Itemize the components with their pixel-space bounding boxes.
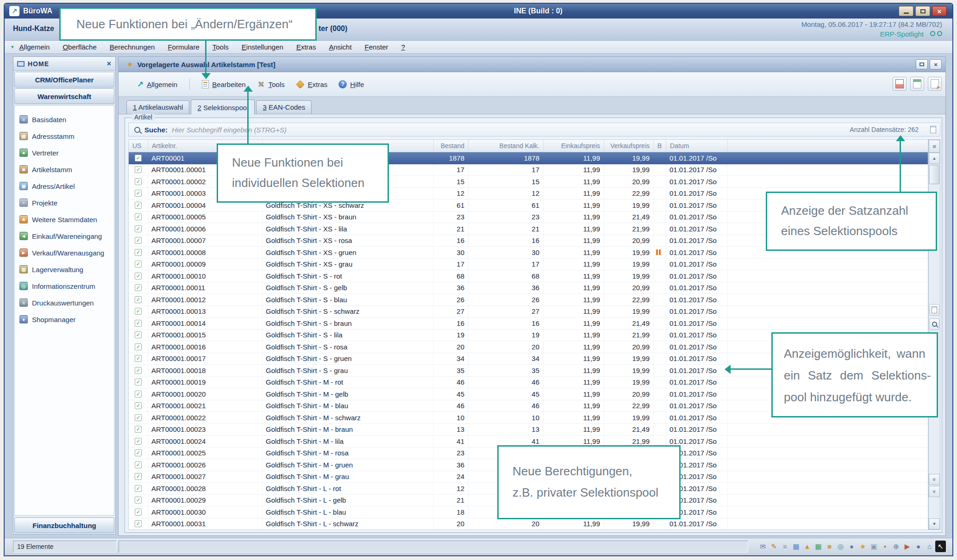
maximize-button[interactable]: [915, 6, 930, 16]
menu-item-tools[interactable]: Tools: [213, 43, 229, 51]
table-row[interactable]: ✓ ART00001.00011 Goldfisch T-Shirt - S -…: [129, 282, 928, 294]
menu-item-allgemein[interactable]: Allgemein: [19, 43, 50, 51]
column-header-verkaufspreis[interactable]: Verkaufspreis: [604, 140, 654, 152]
menu-item-ansicht[interactable]: Ansicht: [329, 43, 351, 51]
cell-bestand: 20: [434, 518, 469, 530]
table-row[interactable]: ✓ ART00001.00023 Goldfisch T-Shirt - M -…: [129, 424, 928, 436]
toolbar-bearbeiten[interactable]: Bearbeiten: [202, 80, 246, 88]
table-row[interactable]: ✓ ART00001.00010 Goldfisch T-Shirt - S -…: [129, 270, 928, 282]
sidebar-close-icon[interactable]: ×: [107, 60, 112, 68]
star-icon[interactable]: ★: [857, 541, 868, 552]
flag-icon[interactable]: ▶: [902, 541, 913, 552]
cell-datum: 01.01.2017 /So: [666, 212, 728, 223]
user-icon[interactable]: ●: [913, 541, 924, 552]
cell-bestand: 21: [434, 495, 469, 506]
sidebar-item-adressstamm[interactable]: ▦ Adressstamm: [15, 128, 114, 144]
column-header-b[interactable]: B: [654, 140, 666, 152]
table-row[interactable]: ✓ ART00001.00031 Goldfisch T-Shirt - L -…: [129, 518, 928, 530]
minimize-button[interactable]: [899, 6, 913, 16]
chart-icon[interactable]: ▲: [802, 541, 813, 552]
mail-icon[interactable]: ✉: [757, 541, 768, 552]
sidebar-item-lagerverwaltung[interactable]: ▦ Lagerverwaltung: [15, 261, 114, 278]
sidebar-button-crm-officeplaner[interactable]: CRM/OfficePlaner: [14, 72, 114, 87]
cell-kalk: 20: [469, 518, 544, 530]
cell-nr: ART00001.00022: [148, 412, 263, 423]
calendar-icon[interactable]: ▦: [791, 541, 801, 552]
notes-icon[interactable]: ≡: [780, 541, 790, 552]
globe-icon[interactable]: ◎: [835, 541, 846, 552]
search-input[interactable]: Hier Suchbegriff eingeben (STRG+S): [172, 126, 287, 134]
menu-item-einstellungen[interactable]: Einstellungen: [242, 43, 283, 51]
cell-datum: 01.01.2017 /So: [666, 164, 728, 176]
menu-item-berechnungen[interactable]: Berechnungen: [110, 43, 155, 51]
cell-nr: ART00001.00019: [148, 377, 263, 388]
restore-window-button[interactable]: [916, 59, 928, 69]
table-icon[interactable]: ▦: [813, 541, 824, 552]
export-grid-icon[interactable]: [928, 77, 942, 91]
tab-ean-codes[interactable]: 3 EAN-Codes: [256, 100, 312, 114]
tab-artikelauswahl[interactable]: 1 Artikelauswahl: [126, 100, 189, 114]
zoom-icon[interactable]: [929, 318, 939, 330]
sidebar-item-druckauswertungen[interactable]: ≡ Druckauswertungen: [15, 294, 114, 311]
scroll-down-icon[interactable]: ▼: [929, 518, 940, 529]
sidebar-item-artikelstamm[interactable]: ■ Artikelstamm: [15, 161, 114, 178]
lock-icon[interactable]: ▪: [880, 541, 890, 552]
table-row[interactable]: ✓ ART00001.00014 Goldfisch T-Shirt - S -…: [129, 317, 928, 330]
sidebar-item-verkauf-warenausgang[interactable]: ► Verkauf/Warenausgang: [15, 244, 114, 261]
table-row[interactable]: ✓ ART00001.00009 Goldfisch T-Shirt - XS …: [129, 259, 928, 271]
folder-icon[interactable]: ■: [824, 541, 835, 552]
close-button[interactable]: ×: [932, 6, 947, 16]
row-status-icon: ✓: [135, 461, 142, 468]
toolbar-allgemein[interactable]: ↗ Allgemein: [137, 80, 177, 89]
menu-expander-icon[interactable]: ▾: [11, 44, 14, 50]
home-icon[interactable]: ⌂: [924, 541, 935, 552]
sidebar-item-adress-artikel[interactable]: ▣ Adress/Artikel: [15, 178, 114, 194]
column-chooser-icon[interactable]: ≡: [929, 140, 940, 153]
grid-view-icon[interactable]: [910, 77, 924, 91]
column-header-bestand-kalk[interactable]: Bestand Kalk.: [469, 140, 544, 152]
sidebar-button-finanzbuchhaltung[interactable]: Finanzbuchhaltung: [14, 517, 114, 533]
report-icon[interactable]: [893, 77, 907, 91]
sidebar-item-shopmanager[interactable]: ♦ Shopmanager: [15, 311, 114, 328]
column-header-bestand[interactable]: Bestand: [434, 140, 469, 152]
menu-item-oberfl-che[interactable]: Oberfläche: [63, 43, 96, 51]
edit-icon[interactable]: ✎: [769, 541, 779, 552]
column-header-einkaufspreis[interactable]: Einkaufspreis: [544, 140, 604, 152]
scrollbar-thumb[interactable]: [929, 165, 939, 184]
toolbar-separator: [189, 79, 190, 90]
table-row[interactable]: ✓ ART00001.00012 Goldfisch T-Shirt - S -…: [129, 294, 928, 306]
page-preview-icon[interactable]: [929, 304, 939, 316]
tab-selektionspool[interactable]: 2 Selektionspool: [191, 100, 255, 114]
sidebar-item-vertreter[interactable]: ● Vertreter: [15, 144, 114, 161]
erp-spotlight-label[interactable]: ERP-Spotlight: [880, 30, 924, 38]
toolbar-hilfe[interactable]: ? Hilfe: [338, 80, 364, 88]
column-header-us[interactable]: US: [129, 140, 148, 152]
sidebar-item-informationszentrum[interactable]: ◎ Informationszentrum: [15, 278, 114, 294]
toolbar-tools[interactable]: Tools: [257, 80, 285, 88]
search-bar: Suche: Hier Suchbegriff eingeben (STRG+S…: [128, 123, 940, 137]
menu-item-extras[interactable]: Extras: [296, 43, 316, 51]
menu-item-formulare[interactable]: Formulare: [168, 43, 199, 51]
clock-icon[interactable]: ●: [846, 541, 857, 552]
settings-icon[interactable]: ⊕: [891, 541, 901, 552]
record-count: Anzahl Datensätze: 262: [850, 126, 919, 133]
toolbar-extras[interactable]: Extras: [296, 81, 328, 88]
cursor-icon[interactable]: ↖: [935, 541, 946, 552]
cell-kalk: 68: [469, 270, 544, 282]
menu-item-[interactable]: ?: [401, 43, 405, 51]
scroll-to-end-icon[interactable]: »: [929, 486, 940, 497]
search-options-icon[interactable]: [930, 126, 936, 133]
sidebar-button-warenwirtschaft[interactable]: Warenwirtschaft: [14, 88, 114, 104]
scroll-page-down-icon[interactable]: »: [929, 474, 940, 485]
sidebar-item-projekte[interactable]: ▫ Projekte: [15, 194, 114, 211]
table-row[interactable]: ✓ ART00001.00013 Goldfisch T-Shirt - S -…: [129, 306, 928, 318]
close-document-button[interactable]: ×: [930, 59, 942, 69]
column-header-datum[interactable]: Datum: [666, 140, 728, 152]
scroll-up-icon[interactable]: ▲: [929, 153, 940, 164]
sidebar-item-einkauf-wareneingang[interactable]: ◄ Einkauf/Wareneingang: [15, 228, 114, 244]
menu-item-fenster[interactable]: Fenster: [365, 43, 388, 51]
sidebar-item-weitere-stammdaten[interactable]: ★ Weitere Stammdaten: [15, 211, 114, 228]
sidebar-item-basisdaten[interactable]: ≡ Basisdaten: [15, 111, 114, 128]
annotation-text: z.B. privater Selektionspool: [513, 482, 679, 503]
document-icon[interactable]: ▣: [869, 541, 879, 552]
